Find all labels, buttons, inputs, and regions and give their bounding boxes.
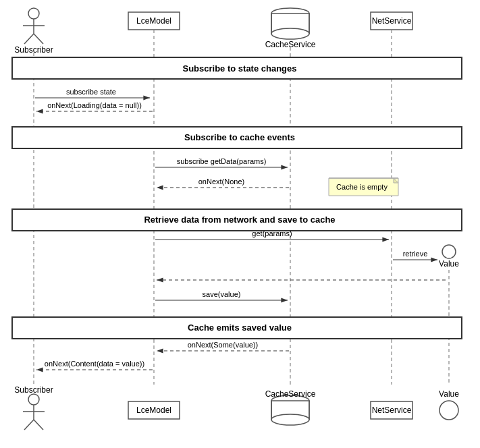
value-actor-inline: Value bbox=[439, 245, 459, 269]
cache-empty-note-label: Cache is empty bbox=[336, 183, 388, 191]
section3-label: Retrieve data from network and save to c… bbox=[144, 215, 335, 225]
netservice-box-bottom: NetService bbox=[371, 401, 412, 419]
cacheservice-bottom: CacheService bbox=[265, 389, 316, 425]
sequence-diagram: Subscriber LceModel CacheService NetServ… bbox=[0, 0, 480, 448]
actor-subscriber-top: Subscriber bbox=[14, 8, 53, 55]
lcemodel-label-bottom: LceModel bbox=[136, 405, 171, 415]
msg-onnext-some-label: onNext(Some(value)) bbox=[188, 341, 259, 349]
actor-value-bottom: Value bbox=[439, 389, 459, 420]
msg-subscribe-state-label: subscribe state bbox=[66, 88, 116, 96]
value-label-bottom: Value bbox=[439, 389, 459, 399]
msg-onnext-none-label: onNext(None) bbox=[198, 177, 244, 186]
msg-onnext-content-label: onNext(Content(data = value)) bbox=[45, 360, 144, 368]
netservice-box-top: NetService bbox=[371, 12, 412, 30]
msg-get-params-label: get(params) bbox=[252, 229, 292, 237]
cache-empty-note: Cache is empty bbox=[329, 178, 398, 196]
netservice-label-bottom: NetService bbox=[372, 405, 412, 415]
section1-label: Subscribe to state changes bbox=[182, 63, 296, 74]
msg-subscribe-getdata-label: subscribe getData(params) bbox=[177, 157, 267, 165]
svg-point-2 bbox=[28, 8, 39, 19]
svg-point-12 bbox=[271, 28, 309, 39]
value-inline-label: Value bbox=[439, 259, 459, 269]
lcemodel-box-top: LceModel bbox=[128, 12, 180, 30]
svg-point-29 bbox=[439, 401, 458, 420]
lcemodel-box-bottom: LceModel bbox=[128, 401, 180, 419]
section2-label: Subscribe to cache events bbox=[184, 132, 295, 142]
actor-subscriber-bottom: Subscriber bbox=[14, 385, 53, 430]
svg-line-6 bbox=[34, 34, 43, 44]
lcemodel-label-top: LceModel bbox=[136, 16, 171, 26]
svg-point-16 bbox=[442, 245, 456, 258]
svg-line-21 bbox=[34, 420, 43, 430]
svg-point-17 bbox=[28, 394, 39, 405]
svg-line-5 bbox=[24, 34, 34, 44]
section4-label: Cache emits saved value bbox=[188, 323, 292, 333]
cacheservice-top: CacheService bbox=[265, 8, 316, 49]
svg-point-27 bbox=[271, 414, 309, 425]
msg-onnext-loading-label: onNext(Loading(data = null)) bbox=[47, 101, 142, 109]
msg-retrieve-label: retrieve bbox=[403, 250, 428, 258]
cacheservice-label-bottom: CacheService bbox=[265, 389, 316, 399]
svg-line-20 bbox=[24, 420, 34, 430]
diagram-container: Subscriber LceModel CacheService NetServ… bbox=[0, 0, 480, 448]
netservice-label-top: NetService bbox=[372, 16, 412, 26]
msg-save-value-label: save(value) bbox=[203, 290, 241, 298]
subscriber-label-bottom: Subscriber bbox=[14, 385, 53, 395]
